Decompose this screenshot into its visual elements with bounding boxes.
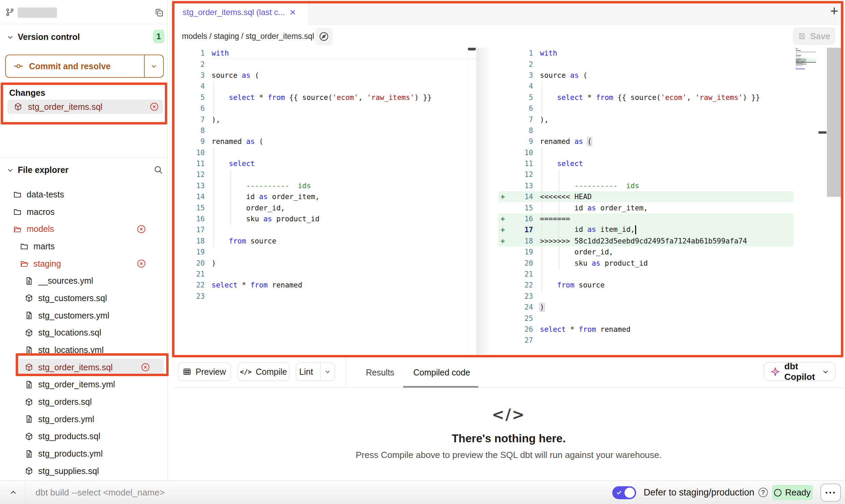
code-line-5[interactable]: 5 select * from {{ source('ecom', 'raw_i… bbox=[498, 92, 793, 103]
revert-file-icon[interactable] bbox=[149, 102, 159, 112]
code-line-3[interactable]: 3source as ( bbox=[498, 70, 793, 81]
code-line-6[interactable]: 6 bbox=[498, 103, 793, 114]
code-line-17[interactable]: 17 bbox=[172, 224, 477, 235]
tab-stg-order-items[interactable]: stg_order_items.sql (last c... × bbox=[172, 0, 309, 25]
new-tab-button[interactable]: + bbox=[830, 3, 838, 19]
code-line-9[interactable]: 9renamed as ( bbox=[498, 136, 793, 147]
code-line-16[interactable]: 16 sku as product_id bbox=[172, 213, 477, 224]
code-line-24[interactable]: 24) bbox=[498, 302, 793, 313]
code-line-13[interactable]: 13 ---------- ids bbox=[172, 180, 477, 191]
code-line-22[interactable]: 22select * from renamed bbox=[172, 280, 477, 291]
code-line-21[interactable]: 21 bbox=[498, 269, 793, 280]
code-line-17[interactable]: +17 id as item_id, bbox=[498, 224, 793, 235]
close-tab-icon[interactable]: × bbox=[290, 7, 296, 17]
code-line-20[interactable]: 20) bbox=[172, 257, 477, 268]
code-line-1[interactable]: 1with bbox=[498, 48, 793, 59]
file-item-stg_order_items.yml[interactable]: stg_order_items.yml bbox=[0, 376, 168, 394]
tab-compiled-code[interactable]: Compiled code bbox=[413, 357, 470, 387]
file-explorer-section[interactable]: File explorer bbox=[0, 160, 168, 179]
code-line-18[interactable]: +18>>>>>>> 58c1dd23d5eebd9cd2495fa7124ab… bbox=[498, 236, 793, 247]
compile-button[interactable]: </> Compile bbox=[238, 362, 289, 381]
file-item-stg_products.yml[interactable]: stg_products.yml bbox=[0, 445, 168, 462]
revert-file-icon[interactable] bbox=[137, 259, 146, 268]
file-item-stg_customers.sql[interactable]: stg_customers.sql bbox=[0, 290, 168, 307]
code-line-19[interactable]: 19 order_id, bbox=[498, 247, 793, 257]
code-line-14[interactable]: +14<<<<<<< HEAD bbox=[498, 191, 793, 202]
code-line-16[interactable]: +16======= bbox=[498, 213, 793, 224]
code-line-26[interactable]: 26select * from renamed bbox=[498, 324, 793, 335]
lint-button-label[interactable]: Lint bbox=[296, 367, 316, 377]
more-options-button[interactable]: ··· bbox=[820, 484, 841, 502]
version-control-section[interactable]: Version control 1 bbox=[0, 27, 168, 46]
compass-icon[interactable] bbox=[315, 28, 333, 45]
file-item-__sources.yml[interactable]: __sources.yml bbox=[0, 272, 168, 290]
code-line-23[interactable]: 23 bbox=[498, 291, 793, 302]
code-line-23[interactable]: 23 bbox=[172, 291, 477, 302]
code-line-21[interactable]: 21 bbox=[172, 269, 477, 280]
file-item-marts[interactable]: marts bbox=[0, 238, 168, 255]
scroll-position-marker[interactable] bbox=[818, 131, 827, 134]
file-item-macros[interactable]: macros bbox=[0, 203, 168, 221]
code-line-12[interactable]: 12 bbox=[498, 169, 793, 180]
code-line-18[interactable]: 18 from source bbox=[172, 236, 477, 247]
right-scrollbar-thumb[interactable] bbox=[827, 48, 842, 197]
code-line-4[interactable]: 4 bbox=[172, 81, 477, 92]
code-line-5[interactable]: 5 select * from {{ source('ecom', 'raw_i… bbox=[172, 92, 477, 103]
code-line-13[interactable]: 13 ---------- ids bbox=[498, 180, 793, 191]
file-item-stg_orders.sql[interactable]: stg_orders.sql bbox=[0, 393, 168, 411]
commit-and-resolve-button[interactable]: Commit and resolve bbox=[5, 55, 164, 78]
code-line-11[interactable]: 11 select bbox=[498, 158, 793, 169]
code-line-8[interactable]: 8 bbox=[498, 125, 793, 136]
left-scrollbar-track[interactable] bbox=[467, 48, 476, 355]
left-scrollbar-thumb[interactable] bbox=[468, 48, 476, 50]
code-line-22[interactable]: 22 from source bbox=[498, 280, 793, 291]
preview-button[interactable]: Preview bbox=[178, 362, 231, 381]
code-line-11[interactable]: 11 select bbox=[172, 158, 477, 169]
lint-options-dropdown[interactable] bbox=[320, 363, 334, 381]
minimap[interactable] bbox=[796, 48, 817, 72]
copy-icon[interactable] bbox=[154, 8, 164, 17]
code-line-7[interactable]: 7), bbox=[498, 114, 793, 125]
search-icon[interactable] bbox=[154, 165, 163, 175]
code-line-6[interactable]: 6 bbox=[172, 103, 477, 114]
editor-pane-original[interactable]: 1with23source as (45 select * from {{ so… bbox=[172, 48, 477, 302]
code-line-15[interactable]: 15 order_id, bbox=[172, 202, 477, 213]
code-line-15[interactable]: 15 id as order_item, bbox=[498, 202, 793, 213]
code-line-10[interactable]: 10 bbox=[172, 147, 477, 158]
revert-file-icon[interactable] bbox=[137, 224, 146, 234]
code-line-1[interactable]: 1with bbox=[172, 48, 477, 59]
chevron-down-icon[interactable] bbox=[7, 34, 14, 41]
code-line-10[interactable]: 10 bbox=[498, 147, 793, 158]
editor-pane-modified[interactable]: 1with23source as (45 select * from {{ so… bbox=[498, 48, 793, 346]
file-item-stg_orders.yml[interactable]: stg_orders.yml bbox=[0, 411, 168, 428]
code-line-2[interactable]: 2 bbox=[498, 59, 793, 70]
file-item-models[interactable]: models bbox=[0, 220, 168, 238]
file-item-data-tests[interactable]: data-tests bbox=[0, 186, 168, 203]
file-item-stg_products.sql[interactable]: stg_products.sql bbox=[0, 428, 168, 445]
tab-results[interactable]: Results bbox=[366, 357, 394, 387]
code-line-4[interactable]: 4 bbox=[498, 81, 793, 92]
file-item-stg_locations.yml[interactable]: stg_locations.yml bbox=[0, 341, 168, 359]
code-line-20[interactable]: 20 sku as product_id bbox=[498, 257, 793, 268]
chevron-down-icon[interactable] bbox=[7, 167, 14, 174]
command-input[interactable]: dbt build --select <model_name> bbox=[35, 487, 165, 498]
chevron-up-icon[interactable] bbox=[9, 488, 18, 497]
file-item-staging[interactable]: staging bbox=[0, 255, 168, 272]
file-item-stg_supplies.sql[interactable]: stg_supplies.sql bbox=[0, 462, 168, 480]
code-line-2[interactable]: 2 bbox=[172, 59, 477, 70]
code-line-12[interactable]: 12 bbox=[172, 169, 477, 180]
changed-file-row[interactable]: stg_order_items.sql bbox=[8, 100, 163, 114]
code-line-8[interactable]: 8 bbox=[172, 125, 477, 136]
code-line-3[interactable]: 3source as ( bbox=[172, 70, 477, 81]
file-item-stg_locations.sql[interactable]: stg_locations.sql bbox=[0, 324, 168, 342]
commit-options-dropdown[interactable] bbox=[144, 55, 163, 77]
code-line-7[interactable]: 7), bbox=[172, 114, 477, 125]
help-icon[interactable]: ? bbox=[758, 488, 768, 497]
file-item-stg_customers.yml[interactable]: stg_customers.yml bbox=[0, 307, 168, 324]
code-line-27[interactable]: 27 bbox=[498, 335, 793, 346]
dbt-copilot-button[interactable]: dbt Copilot bbox=[764, 362, 835, 381]
lint-button[interactable]: Lint bbox=[296, 362, 335, 381]
save-button[interactable]: Save bbox=[793, 27, 835, 45]
branch-name-placeholder[interactable] bbox=[18, 8, 57, 18]
revert-file-icon[interactable] bbox=[141, 362, 150, 372]
